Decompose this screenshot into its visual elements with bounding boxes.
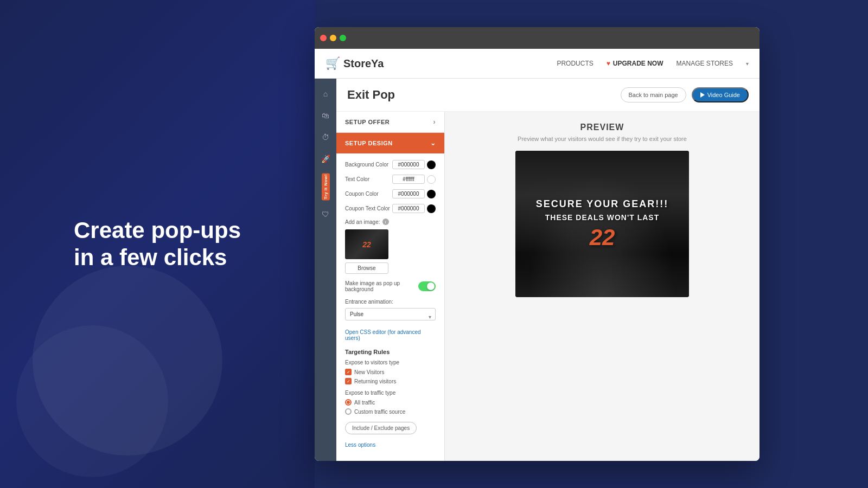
checkmark-icon: ✓ <box>347 370 350 375</box>
page-titlebar: Exit Pop Back to main page Video Guide <box>336 79 760 112</box>
background-color-input-group: #000000 <box>392 160 436 169</box>
coupon-color-value[interactable]: #000000 <box>392 189 425 198</box>
maximize-window-dot[interactable] <box>340 35 346 41</box>
preview-title: PREVIEW <box>580 123 624 132</box>
products-nav[interactable]: PRODUCTS <box>557 60 593 67</box>
marketing-headline-line1: Create pop-ups <box>74 217 241 243</box>
background-color-label: Background Color <box>345 162 388 168</box>
header-navigation: PRODUCTS ♥ UPGRADE NOW MANAGE STORES ▾ <box>557 60 749 67</box>
coupon-color-label: Coupon Color <box>345 191 379 197</box>
all-traffic-label: All traffic <box>354 400 375 406</box>
title-buttons: Back to main page Video Guide <box>621 87 749 102</box>
returning-visitors-label: Returning visitors <box>354 378 396 384</box>
bg-toggle[interactable] <box>418 281 436 291</box>
returning-visitors-checkbox[interactable]: ✓ <box>345 378 352 384</box>
coupon-text-color-row: Coupon Text Color #000000 <box>345 204 436 213</box>
coupon-text-color-swatch[interactable] <box>427 204 436 213</box>
preview-area: PREVIEW Preview what your visitors would… <box>445 112 760 461</box>
new-visitors-row: ✓ New Visitors <box>345 369 436 375</box>
checkmark2-icon: ✓ <box>347 379 350 384</box>
try-it-now-label[interactable]: Try It Now! <box>322 173 330 200</box>
image-preview-inner: 22 <box>345 229 388 259</box>
app-window: 🛒 StoreYa PRODUCTS ♥ UPGRADE NOW MANAGE … <box>315 27 760 461</box>
browse-button[interactable]: Browse <box>345 262 388 274</box>
video-guide-button[interactable]: Video Guide <box>692 87 749 102</box>
coupon-text-color-label: Coupon Text Color <box>345 206 390 211</box>
page-wrapper: Exit Pop Back to main page Video Guide S… <box>336 79 760 461</box>
design-options: Background Color #000000 Text Color #fff… <box>336 153 444 454</box>
sidebar-history-icon[interactable]: ⏱ <box>316 127 335 147</box>
background-color-row: Background Color #000000 <box>345 160 436 169</box>
entrance-select-wrapper: Pulse <box>345 308 436 325</box>
marketing-text: Create pop-ups in a few clicks <box>52 195 263 293</box>
close-window-dot[interactable] <box>320 35 327 41</box>
preview-popup-image: SECURE YOUR GEAR!!! THESE DEALS WON'T LA… <box>515 151 689 297</box>
left-marketing-panel: Create pop-ups in a few clicks <box>0 0 315 488</box>
minimize-window-dot[interactable] <box>330 35 336 41</box>
add-image-row: Add an image: i <box>345 219 436 225</box>
new-visitors-checkbox[interactable]: ✓ <box>345 369 352 375</box>
app-header: 🛒 StoreYa PRODUCTS ♥ UPGRADE NOW MANAGE … <box>315 49 760 79</box>
text-color-swatch[interactable] <box>427 175 436 184</box>
css-editor-link[interactable]: Open CSS editor (for advanced users) <box>345 329 436 341</box>
dropdown-arrow-icon[interactable]: ▾ <box>746 61 749 67</box>
play-icon <box>700 92 705 98</box>
new-visitors-label: New Visitors <box>354 369 384 375</box>
setup-offer-button[interactable]: SETUP OFFER › <box>336 112 444 133</box>
setup-offer-label: SETUP OFFER <box>345 119 390 125</box>
setup-design-label: SETUP DESIGN <box>345 140 393 146</box>
bg-toggle-label: Make image as pop up background <box>345 280 405 292</box>
window-chrome <box>315 27 760 49</box>
all-traffic-row: All traffic <box>345 399 436 406</box>
background-color-value[interactable]: #000000 <box>392 160 425 169</box>
sidebar-home-icon[interactable]: ⌂ <box>316 84 335 104</box>
preview-subline: THESE DEALS WON'T LAST <box>536 213 669 222</box>
include-exclude-button[interactable]: Include / Exclude pages <box>345 422 417 434</box>
coupon-color-swatch[interactable] <box>427 190 436 198</box>
coupon-text-color-value[interactable]: #000000 <box>392 204 425 213</box>
radio-filled-icon <box>347 401 350 404</box>
chevron-down-icon: ⌄ <box>430 139 436 147</box>
logo-text: StoreYa <box>343 57 384 70</box>
sidebar-shield-icon[interactable]: 🛡 <box>316 204 335 224</box>
toggle-thumb <box>427 282 435 290</box>
cart-icon: 🛒 <box>326 56 340 70</box>
heart-icon: ♥ <box>607 60 610 67</box>
upgrade-button[interactable]: ♥ UPGRADE NOW <box>607 60 663 67</box>
custom-traffic-label: Custom traffic source <box>354 409 405 415</box>
sidebar-store-icon[interactable]: 🛍 <box>316 106 335 125</box>
coupon-text-color-input-group: #000000 <box>392 204 436 213</box>
logo: 🛒 StoreYa <box>326 56 384 70</box>
background-color-swatch[interactable] <box>427 160 436 169</box>
bg-toggle-row: Make image as pop up background <box>345 280 436 292</box>
text-color-value[interactable]: #ffffff <box>392 175 425 184</box>
entrance-label: Entrance animation: <box>345 299 436 305</box>
traffic-type-label: Expose to traffic type <box>345 390 436 396</box>
manage-stores-nav[interactable]: MANAGE STORES <box>676 60 733 67</box>
upgrade-label: UPGRADE NOW <box>613 60 663 67</box>
custom-traffic-row: Custom traffic source <box>345 408 436 415</box>
entrance-select[interactable]: Pulse <box>345 308 436 320</box>
back-to-main-button[interactable]: Back to main page <box>621 87 686 102</box>
preview-text-overlay: SECURE YOUR GEAR!!! THESE DEALS WON'T LA… <box>531 194 674 254</box>
window-controls <box>320 35 346 41</box>
marketing-headline-line2: in a few clicks <box>74 245 227 270</box>
all-traffic-radio[interactable] <box>345 399 352 406</box>
custom-traffic-radio[interactable] <box>345 408 352 415</box>
preview-headline: SECURE YOUR GEAR!!! <box>536 199 669 210</box>
setup-design-button[interactable]: SETUP DESIGN ⌄ <box>336 133 444 153</box>
preview-number-small: 22 <box>362 240 371 249</box>
coupon-color-row: Coupon Color #000000 <box>345 189 436 198</box>
page-title: Exit Pop <box>347 88 395 102</box>
text-color-input-group: #ffffff <box>392 175 436 184</box>
sidebar-rocket-icon[interactable]: 🚀 <box>316 149 335 169</box>
add-image-label: Add an image: <box>345 219 380 225</box>
info-icon[interactable]: i <box>382 219 389 225</box>
returning-visitors-row: ✓ Returning visitors <box>345 378 436 384</box>
targeting-title: Targeting Rules <box>345 349 436 355</box>
settings-panel: SETUP OFFER › SETUP DESIGN ⌄ Background … <box>336 112 445 461</box>
text-color-label: Text Color <box>345 176 369 182</box>
preview-coupon-number: 22 <box>536 226 669 249</box>
visitor-type-label: Expose to visitors type <box>345 359 436 365</box>
less-options-link[interactable]: Less options <box>345 442 436 448</box>
